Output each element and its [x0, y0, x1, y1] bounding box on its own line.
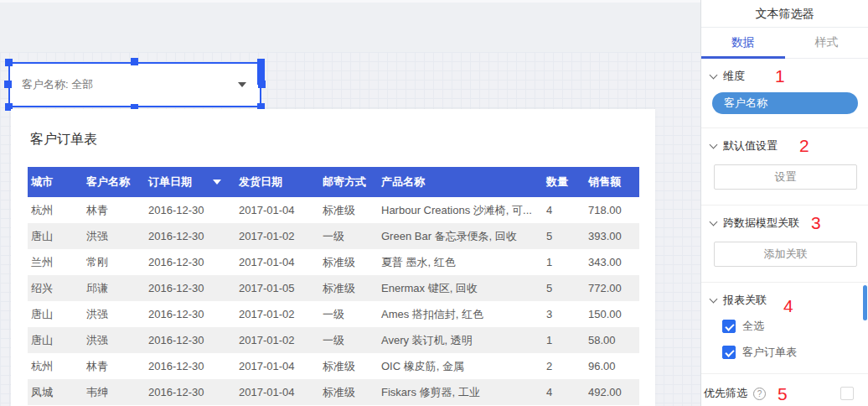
table-cell: 2017-01-04 — [235, 353, 319, 379]
table-cell: Harbour Creations 沙滩椅, 可... — [378, 197, 543, 223]
table-cell: 2016-12-30 — [145, 249, 235, 275]
table-cell: 4 — [543, 197, 585, 223]
filter-settings-panel: 文本筛选器 数据 样式 维度 1 客户名称 默认值设置 2 设置 — [700, 0, 868, 406]
table-cell: Fiskars 修剪器, 工业 — [378, 379, 543, 405]
table-row: 唐山洪强2016-12-302017-01-02一级Green Bar 备忘录便… — [28, 223, 639, 249]
table-cell: 林青 — [83, 353, 145, 379]
table-cell: 2017-01-04 — [235, 249, 319, 275]
select-all-checkbox[interactable] — [722, 320, 736, 333]
text-filter-widget[interactable]: 客户名称: 全部 — [8, 62, 261, 107]
dimension-chip-customer-name[interactable]: 客户名称 — [712, 92, 858, 114]
chevron-down-icon[interactable] — [710, 71, 718, 80]
column-header-label: 邮寄方式 — [323, 174, 366, 190]
column-header-label: 订单日期 — [148, 174, 192, 190]
table-cell: 2016-12-30 — [145, 353, 235, 379]
table-cell: 林青 — [83, 197, 145, 223]
section-label: 跨数据模型关联 — [723, 216, 799, 231]
table-title: 客户订单表 — [30, 131, 655, 148]
annotation-1: 1 — [775, 69, 785, 84]
customer-order-table: 城市客户名称订单日期发货日期邮寄方式产品名称数量销售额 杭州林青2016-12-… — [28, 167, 639, 405]
section-default-value-header[interactable]: 默认值设置 2 — [708, 138, 861, 154]
table-cell: 标准级 — [319, 353, 378, 379]
column-header[interactable]: 产品名称 — [378, 167, 543, 197]
table-cell: 2016-12-30 — [145, 275, 235, 301]
table-cell: 2016-12-30 — [145, 197, 235, 223]
section-report-link-header[interactable]: 报表关联 4 — [708, 293, 861, 308]
table-cell: 4 — [543, 379, 585, 405]
help-icon[interactable] — [753, 388, 766, 400]
annotation-5: 5 — [778, 387, 788, 402]
table-cell: 58.00 — [585, 327, 639, 353]
section-cross-model-header[interactable]: 跨数据模型关联 3 — [708, 216, 861, 231]
priority-filter-row: 优先筛选 5 — [701, 374, 868, 406]
table-cell: 2016-12-30 — [145, 327, 235, 353]
column-header-label: 数量 — [546, 174, 568, 190]
scrollbar-thumb[interactable] — [863, 285, 867, 320]
table-cell: 2017-01-04 — [235, 379, 319, 405]
table-cell: Green Bar 备忘录便条, 回收 — [378, 223, 543, 249]
tab-style[interactable]: 样式 — [785, 28, 868, 58]
chevron-down-icon[interactable] — [710, 218, 718, 226]
table-cell: 2017-01-04 — [235, 197, 319, 223]
dropdown-value: 客户名称: 全部 — [22, 77, 93, 92]
table-cell: 393.00 — [585, 223, 639, 249]
table-row: 唐山洪强2016-12-302017-01-02一级Avery 装订机, 透明1… — [28, 327, 639, 353]
section-label: 报表关联 — [723, 293, 767, 308]
table-cell: 夏普 墨水, 红色 — [378, 249, 543, 275]
table-cell: 标准级 — [319, 249, 378, 275]
checkbox-row-customer-order-table[interactable]: 客户订单表 — [722, 345, 861, 360]
column-header[interactable]: 订单日期 — [145, 167, 235, 197]
column-header[interactable]: 销售额 — [585, 167, 639, 197]
table-cell: 2 — [543, 353, 585, 379]
column-header-label: 城市 — [31, 174, 53, 190]
table-cell: 唐山 — [28, 223, 83, 249]
add-relation-button[interactable]: 添加关联 — [714, 242, 857, 267]
priority-filter-checkbox[interactable] — [840, 387, 854, 400]
annotation-3: 3 — [811, 216, 821, 231]
table-cell: 一级 — [319, 223, 378, 249]
checkbox-label: 全选 — [742, 319, 764, 334]
checkbox-row-select-all[interactable]: 全选 — [722, 319, 861, 334]
customer-order-table-checkbox[interactable] — [722, 346, 736, 359]
table-cell: 772.00 — [585, 275, 639, 301]
table-cell: 一级 — [319, 301, 378, 327]
table-cell: 1 — [543, 327, 585, 353]
sort-desc-icon[interactable] — [213, 180, 221, 185]
table-cell: OIC 橡皮筋, 金属 — [378, 353, 543, 379]
table-cell: 杭州 — [28, 197, 83, 223]
table-cell: 2017-01-02 — [235, 327, 319, 353]
table-cell: 洪强 — [83, 223, 145, 249]
table-cell: 常刚 — [83, 249, 145, 275]
set-default-button[interactable]: 设置 — [714, 164, 857, 190]
chevron-down-icon[interactable] — [710, 295, 718, 304]
table-cell: 2017-01-02 — [235, 223, 319, 249]
column-header[interactable]: 发货日期 — [235, 167, 319, 197]
chevron-down-icon[interactable] — [710, 141, 718, 149]
table-cell: 绍兴 — [28, 275, 83, 301]
table-cell: 718.00 — [585, 197, 639, 223]
annotation-4: 4 — [783, 299, 793, 314]
table-cell: 洪强 — [83, 301, 145, 327]
tab-data[interactable]: 数据 — [701, 28, 785, 58]
table-cell: 凤城 — [28, 379, 83, 405]
section-dimension-header[interactable]: 维度 1 — [708, 69, 861, 84]
table-cell: 492.00 — [585, 379, 639, 405]
column-header-label: 销售额 — [588, 174, 621, 190]
column-header[interactable]: 客户名称 — [83, 167, 145, 197]
customer-name-dropdown[interactable]: 客户名称: 全部 — [10, 64, 260, 106]
table-cell: 标准级 — [319, 275, 378, 301]
table-row: 凤城韦绅2016-12-302017-01-04标准级Fiskars 修剪器, … — [28, 379, 639, 405]
column-header[interactable]: 邮寄方式 — [319, 167, 378, 197]
table-cell: 标准级 — [319, 197, 378, 223]
table-cell: 5 — [543, 223, 585, 249]
table-cell: 2016-12-30 — [145, 301, 235, 327]
column-header[interactable]: 数量 — [543, 167, 585, 197]
section-label: 维度 — [723, 69, 745, 84]
section-cross-model: 跨数据模型关联 3 添加关联 — [701, 206, 868, 283]
column-header[interactable]: 城市 — [28, 167, 83, 197]
table-row: 兰州常刚2016-12-302017-01-04标准级夏普 墨水, 红色1343… — [28, 249, 639, 275]
table-cell: 2017-01-05 — [235, 275, 319, 301]
table-cell: 343.00 — [585, 249, 639, 275]
table-cell: 兰州 — [28, 249, 83, 275]
table-row: 绍兴邱谦2016-12-302017-01-05标准级Enermax 键区, 回… — [28, 275, 639, 301]
